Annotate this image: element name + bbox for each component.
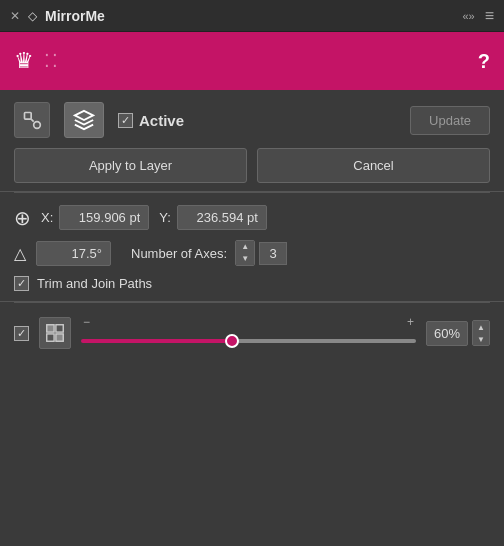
checkmark-icon: ✓ <box>121 114 130 127</box>
controls-row1: ✓ Active Update <box>14 102 490 138</box>
axes-label: Number of Axes: <box>131 246 227 261</box>
trim-checkbox[interactable]: ✓ <box>14 276 29 291</box>
active-checkbox[interactable]: ✓ <box>118 113 133 128</box>
params-section: ⊕ X: Y: △ Number of Axes: ▲ ▼ 3 ✓ <box>0 193 504 302</box>
trim-checkmark-icon: ✓ <box>17 277 26 290</box>
svg-rect-4 <box>47 325 54 332</box>
axes-decrement-button[interactable]: ▼ <box>236 253 254 265</box>
slider-min-label: − <box>83 315 90 329</box>
angle-axes-row: △ Number of Axes: ▲ ▼ 3 <box>14 240 490 266</box>
coords-row: ⊕ X: Y: <box>14 205 490 230</box>
plugin-title: MirrorMe <box>45 8 105 24</box>
svg-point-1 <box>34 122 41 129</box>
angle-input[interactable] <box>36 241 111 266</box>
help-icon[interactable]: ? <box>478 50 490 73</box>
title-bar: ✕ ◇ MirrorMe «» ≡ <box>0 0 504 32</box>
active-label: Active <box>139 112 184 129</box>
diamond-icon: ◇ <box>28 9 37 23</box>
svg-rect-6 <box>47 334 54 341</box>
cancel-button[interactable]: Cancel <box>257 148 490 183</box>
percent-spinner-buttons: ▲ ▼ <box>472 320 490 346</box>
x-input[interactable] <box>59 205 149 230</box>
percent-increment-button[interactable]: ▲ <box>473 321 489 333</box>
axes-group: Number of Axes: ▲ ▼ 3 <box>131 240 287 266</box>
dots-icon: ⁚⁚ <box>44 50 60 72</box>
transform-icon-button[interactable] <box>14 102 50 138</box>
crown-icon: ♛ <box>14 48 34 74</box>
trim-label: Trim and Join Paths <box>37 276 152 291</box>
x-label: X: <box>41 210 53 225</box>
angle-icon: △ <box>14 244 26 263</box>
layers-icon-button[interactable] <box>64 102 104 138</box>
apply-to-layer-button[interactable]: Apply to Layer <box>14 148 247 183</box>
slider-max-label: + <box>407 315 414 329</box>
opacity-slider-container: − + <box>81 315 416 351</box>
crosshair-icon: ⊕ <box>14 206 31 230</box>
slider-section: ✓ − + 60% ▲ ▼ <box>0 303 504 361</box>
axes-value: 3 <box>259 242 287 265</box>
layer-thumbnail-icon[interactable] <box>39 317 71 349</box>
opacity-slider[interactable] <box>81 339 416 343</box>
slider-track <box>81 331 416 351</box>
y-coord-group: Y: <box>159 205 267 230</box>
controls-row2: Apply to Layer Cancel <box>14 148 490 183</box>
menu-icon[interactable]: ≡ <box>485 7 494 25</box>
trim-row: ✓ Trim and Join Paths <box>14 276 490 291</box>
axes-spinner-buttons: ▲ ▼ <box>235 240 255 266</box>
controls-section: ✓ Active Update Apply to Layer Cancel <box>0 90 504 192</box>
y-label: Y: <box>159 210 171 225</box>
percent-decrement-button[interactable]: ▼ <box>473 333 489 345</box>
slider-labels: − + <box>81 315 416 329</box>
slider-checkbox[interactable]: ✓ <box>14 326 29 341</box>
axes-spinner: ▲ ▼ 3 <box>235 240 287 266</box>
slider-checkmark-icon: ✓ <box>17 327 26 340</box>
collapse-icon[interactable]: «» <box>462 10 474 22</box>
banner-left: ♛ ⁚⁚ <box>14 48 60 74</box>
svg-line-2 <box>31 119 34 122</box>
y-input[interactable] <box>177 205 267 230</box>
percent-value: 60% <box>426 321 468 346</box>
plugin-banner: ♛ ⁚⁚ ? <box>0 32 504 90</box>
svg-rect-0 <box>25 113 32 120</box>
title-bar-left: ✕ ◇ MirrorMe <box>10 8 105 24</box>
percent-spinner: 60% ▲ ▼ <box>426 320 490 346</box>
svg-marker-3 <box>75 111 93 120</box>
active-group: ✓ Active <box>118 112 184 129</box>
axes-increment-button[interactable]: ▲ <box>236 241 254 253</box>
close-icon[interactable]: ✕ <box>10 9 20 23</box>
svg-rect-7 <box>56 334 63 341</box>
x-coord-group: X: <box>41 205 149 230</box>
svg-rect-5 <box>56 325 63 332</box>
update-button[interactable]: Update <box>410 106 490 135</box>
